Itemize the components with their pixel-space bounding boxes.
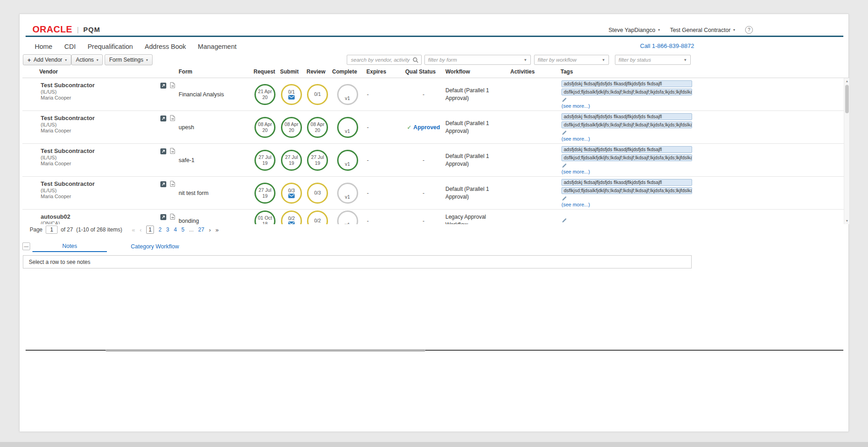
add-vendor-button[interactable]: + Add Vendor ▾ xyxy=(23,54,71,65)
page-link-2[interactable]: 2 xyxy=(159,226,162,233)
collapse-panel-button[interactable]: — xyxy=(22,242,30,250)
vendor-name[interactable]: Test Subcontractor xyxy=(41,147,178,154)
form-name[interactable]: safe-1 xyxy=(178,144,252,176)
filter-by-status-select[interactable]: filter by status ▼ xyxy=(615,55,691,65)
table-row[interactable]: autosub02 (ON/CA) f_autosub02 l_autosub0… xyxy=(22,210,844,224)
form-document-icon[interactable] xyxy=(170,181,175,187)
see-more-link[interactable]: (see more...) xyxy=(561,103,590,109)
nav-item-home[interactable]: Home xyxy=(35,43,53,50)
scroll-down-icon[interactable]: ▼ xyxy=(844,218,849,224)
user-menu-label: Steve YapDiangco xyxy=(609,27,655,33)
table-row[interactable]: Test Subcontractor (IL/US) Maria Cooper … xyxy=(22,144,844,177)
last-page-icon[interactable]: » xyxy=(216,226,219,233)
edit-tags-icon[interactable] xyxy=(562,163,567,168)
submit-circle[interactable]: 0/2 xyxy=(281,210,302,225)
request-circle[interactable]: 21 Apr 20 xyxy=(254,84,275,105)
review-circle[interactable]: 0/2 xyxy=(307,210,328,225)
vendor-cell: autosub02 (ON/CA) f_autosub02 l_autosub0… xyxy=(22,210,178,224)
nav-item-address-book[interactable]: Address Book xyxy=(145,43,186,50)
submit-circle[interactable]: 0/3 xyxy=(281,183,302,204)
edit-tags-icon[interactable] xyxy=(562,218,567,223)
page-link-3[interactable]: 3 xyxy=(166,226,169,233)
review-circle[interactable]: 0/3 xyxy=(307,183,328,204)
review-circle[interactable]: 27 Jul 19 xyxy=(307,150,328,171)
help-icon[interactable]: ? xyxy=(745,26,753,34)
vendor-name[interactable]: Test Subcontractor xyxy=(41,115,178,121)
tag-list: adsfjdskj fkdsajfljdsfjds flkasdjflkjdsf… xyxy=(561,146,692,163)
user-menu[interactable]: Steve YapDiangco ▾ xyxy=(609,27,660,33)
see-more-link[interactable]: (see more...) xyxy=(561,136,590,142)
filter-by-form-select[interactable]: filter by form ▼ xyxy=(424,55,531,65)
expires-value: - xyxy=(365,210,403,224)
scorecard-icon[interactable] xyxy=(160,116,166,121)
request-circle[interactable]: 27 Jul 19 xyxy=(254,150,275,171)
submit-circle[interactable]: 0/1 xyxy=(281,84,302,105)
scrollbar-thumb[interactable] xyxy=(845,85,849,113)
form-name[interactable]: Financial Analysis xyxy=(178,78,252,110)
page-link-last[interactable]: 27 xyxy=(198,226,204,233)
scorecard-icon[interactable] xyxy=(160,148,166,154)
nav-item-management[interactable]: Management xyxy=(198,43,237,50)
page-link-4[interactable]: 4 xyxy=(174,226,177,233)
edit-tags-icon[interactable] xyxy=(562,97,567,102)
horizontal-scrollbar-thumb[interactable] xyxy=(106,349,425,352)
scorecard-icon[interactable] xyxy=(160,83,166,89)
tag-list: adsfjdskj fkdsajfljdsfjds flkasdjflkjdsf… xyxy=(561,179,692,195)
nav-item-cdi[interactable]: CDI xyxy=(64,43,76,50)
table-row[interactable]: Test Subcontractor (IL/US) Maria Cooper … xyxy=(22,177,844,210)
vendor-name[interactable]: autosub02 xyxy=(41,213,178,220)
next-page-icon[interactable]: › xyxy=(209,226,211,233)
form-name[interactable]: bonding xyxy=(178,210,252,224)
vendor-name[interactable]: Test Subcontractor xyxy=(41,180,178,187)
tab-notes[interactable]: Notes xyxy=(32,241,107,252)
nav-bar: Home CDI Prequalification Address Book M… xyxy=(35,42,842,52)
org-menu[interactable]: Test General Contractor ▾ xyxy=(670,27,735,33)
filter-by-workflow-select[interactable]: filter by workflow ▼ xyxy=(534,55,609,65)
table-row[interactable]: Test Subcontractor (IL/US) Maria Cooper … xyxy=(22,111,844,144)
tags-cell: adsfjdskj fkdsajfljdsfjds flkasdjflkjdsf… xyxy=(559,144,844,176)
search-input[interactable] xyxy=(347,55,421,64)
add-vendor-label: Add Vendor xyxy=(34,57,63,63)
see-more-link[interactable]: (see more...) xyxy=(561,202,590,207)
see-more-link[interactable]: (see more...) xyxy=(561,169,590,174)
vendor-cell: Test Subcontractor (IL/US) Maria Cooper xyxy=(22,144,178,176)
call-phone-link[interactable]: Call 1-866-839-8872 xyxy=(640,42,694,49)
form-name[interactable]: upesh xyxy=(178,111,252,143)
nav-item-prequalification[interactable]: Prequalification xyxy=(88,43,133,50)
vendor-contact: Maria Cooper xyxy=(41,161,178,166)
edit-tags-icon[interactable] xyxy=(562,130,567,135)
table-row[interactable]: Test Subcontractor (IL/US) Maria Cooper … xyxy=(22,78,844,111)
page-link-5[interactable]: 5 xyxy=(181,226,185,233)
submit-circle[interactable]: 08 Apr 20 xyxy=(281,117,302,138)
vertical-scrollbar[interactable]: ▲ ▼ xyxy=(844,78,849,224)
request-circle[interactable]: 01 Oct 18 xyxy=(254,210,275,225)
complete-circle[interactable]: v1 xyxy=(337,84,358,105)
actions-button[interactable]: Actions ▾ xyxy=(71,54,103,65)
scorecard-icon[interactable] xyxy=(160,181,166,187)
review-circle[interactable]: 0/1 xyxy=(307,84,328,105)
form-document-icon[interactable] xyxy=(170,82,175,88)
filter-by-workflow-placeholder: filter by workflow xyxy=(538,57,577,63)
complete-circle[interactable]: v1 xyxy=(337,210,358,225)
complete-circle[interactable]: v1 xyxy=(337,150,358,171)
request-value: 27 Jul 19 xyxy=(257,187,273,198)
edit-tags-icon[interactable] xyxy=(562,196,567,201)
submit-circle[interactable]: 27 Jul 19 xyxy=(281,150,302,171)
complete-circle[interactable]: v1 xyxy=(337,117,358,138)
form-document-icon[interactable] xyxy=(170,148,175,154)
review-circle[interactable]: 08 Apr 20 xyxy=(307,117,328,138)
plus-icon: + xyxy=(27,57,31,63)
form-name[interactable]: nit test form xyxy=(178,177,252,209)
scroll-up-icon[interactable]: ▲ xyxy=(844,78,849,84)
scorecard-icon[interactable] xyxy=(160,214,166,220)
request-circle[interactable]: 27 Jul 19 xyxy=(254,183,275,204)
vendor-name[interactable]: Test Subcontractor xyxy=(41,82,178,89)
form-settings-button[interactable]: Form Settings ▾ xyxy=(105,54,153,65)
tab-category-workflow[interactable]: Category Workflow xyxy=(107,241,203,252)
page-number-input[interactable] xyxy=(46,226,58,234)
complete-circle[interactable]: v1 xyxy=(337,183,358,204)
complete-value: v1 xyxy=(340,194,355,200)
request-circle[interactable]: 08 Apr 20 xyxy=(254,117,275,138)
form-document-icon[interactable] xyxy=(170,214,175,220)
form-document-icon[interactable] xyxy=(170,115,175,121)
